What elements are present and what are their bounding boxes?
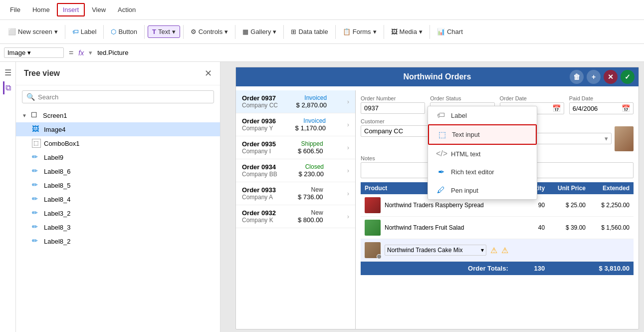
order-number-label: Order Number (361, 95, 425, 101)
order-company: Company CC (242, 102, 278, 109)
label8-5-label: Label8_5 (44, 182, 214, 189)
extended-col-header: Extended (590, 182, 634, 194)
paid-date-picker[interactable]: 6/4/2006 📅 (569, 102, 634, 114)
unit-price-cell-1: $ 39.00 (549, 217, 590, 239)
dropdown-rich-text-item[interactable]: ✒ Rich text editor (428, 163, 537, 181)
data-table-icon: ⊞ (291, 28, 296, 35)
order-status: Invoiced (296, 94, 327, 101)
tree-item-label8-6[interactable]: ✏ Label8_6 (16, 164, 220, 178)
forms-label: Forms (353, 28, 371, 35)
new-screen-button[interactable]: ⬜ New screen ▾ (4, 26, 62, 37)
confirm-button[interactable]: ✓ (621, 70, 635, 84)
formula-dropdown[interactable]: Image ▾ (4, 47, 64, 58)
quantity-cell-2 (512, 239, 549, 262)
dropdown-html-text-item[interactable]: </> HTML text (428, 145, 537, 163)
sep5 (235, 25, 235, 39)
tree-item-label3-2[interactable]: ✏ Label3_2 (16, 206, 220, 220)
screen1-label: Screen1 (43, 112, 214, 119)
dropdown-pen-input-item[interactable]: 🖊 Pen input (428, 181, 537, 199)
media-button[interactable]: 🖼 Media ▾ (387, 26, 427, 37)
image-icon: 🖼 (32, 125, 41, 134)
tree-item-image4[interactable]: 🖼 Image4 (16, 122, 220, 136)
dropdown-label-text: Label (451, 112, 467, 119)
label-tree-icon-6: ✏ (32, 223, 41, 232)
tree-item-label9[interactable]: ✏ Label9 (16, 150, 220, 164)
add-button[interactable]: + (587, 70, 601, 84)
product-img-0 (365, 197, 381, 213)
formula-arrow: ▾ (89, 49, 92, 56)
combobox1-label: ComboBox1 (44, 140, 214, 147)
paid-date-value: 6/4/2006 (573, 105, 598, 112)
order-chevron: › (347, 121, 349, 128)
drag-handle-left[interactable] (377, 254, 382, 259)
search-input[interactable] (38, 93, 210, 101)
tree-item-combobox1[interactable]: ⬚ ComboBox1 (16, 136, 220, 150)
combo-icon: ⬚ (32, 139, 41, 148)
totals-row: Order Totals: 130 $ 3,810.00 (361, 262, 634, 276)
chart-label: Chart (447, 28, 463, 35)
totals-quantity: 130 (512, 262, 549, 276)
label-button[interactable]: 🏷 Label (68, 26, 101, 37)
order-item-0932[interactable]: Order 0932 Company K New $ 800.00 › (236, 205, 355, 228)
label-tree-icon-2: ✏ (32, 167, 41, 176)
layers-icon[interactable]: ⧉ (3, 81, 13, 94)
product-img-1 (365, 220, 381, 236)
tree-item-label8-4[interactable]: ✏ Label8_4 (16, 192, 220, 206)
product-select-2[interactable]: Northwind Traders Cake Mix ▾ (385, 245, 486, 256)
order-item-0937[interactable]: Order 0937 Company CC Invoiced $ 2,870.0… (236, 90, 355, 113)
order-num: Order 0937 (242, 94, 278, 102)
rich-text-dropdown-icon: ✒ (436, 167, 446, 177)
button-button[interactable]: ⬡ Button (107, 26, 141, 37)
menu-insert[interactable]: Insert (57, 3, 85, 16)
calendar-icon: 📅 (552, 104, 561, 112)
dropdown-text-input-item[interactable]: ⬚ Text input (428, 124, 537, 145)
sidebar-header: Tree view ✕ (16, 62, 220, 85)
canvas-area: Northwind Orders 🗑 + ✕ ✓ Order 0937 Comp… (220, 62, 644, 332)
order-amount: $ 736.00 (298, 193, 323, 201)
tree-item-label8-3[interactable]: ✏ Label8_3 (16, 220, 220, 234)
order-item-0935[interactable]: Order 0935 Company I Shipped $ 606.50 › (236, 136, 355, 159)
order-item-0934[interactable]: Order 0934 Company BB Closed $ 230.00 › (236, 159, 355, 182)
menu-view[interactable]: View (87, 4, 111, 15)
controls-button[interactable]: ⚙ Controls ▾ (187, 26, 232, 37)
tree-view-sidebar: Tree view ✕ 🔍 ▼ ☐ Screen1 🖼 Image4 ⬚ Com… (16, 62, 220, 332)
sep2 (103, 25, 104, 39)
order-amount: $ 2,870.00 (296, 101, 327, 109)
cancel-button[interactable]: ✕ (604, 70, 618, 84)
forms-button[interactable]: 📋 Forms ▾ (339, 26, 381, 37)
sidebar-close-button[interactable]: ✕ (205, 68, 212, 79)
order-item-0933[interactable]: Order 0933 Company A New $ 736.00 › (236, 182, 355, 205)
hamburger-button[interactable]: ☰ (2, 66, 13, 79)
menu-home[interactable]: Home (27, 4, 55, 15)
new-screen-icon: ⬜ (8, 28, 16, 35)
forms-icon: 📋 (343, 28, 351, 35)
menu-file[interactable]: File (5, 4, 25, 15)
order-item-0936[interactable]: Order 0936 Company Y Invoiced $ 1,170.00… (236, 113, 355, 136)
chart-button[interactable]: 📊 Chart (433, 26, 467, 37)
customer-value: Company CC (364, 127, 403, 135)
order-chevron: › (347, 167, 349, 174)
formula-input[interactable] (97, 49, 640, 56)
delete-button[interactable]: 🗑 (570, 70, 584, 84)
sep8 (384, 25, 384, 39)
order-num: Order 0933 (242, 186, 276, 194)
sidebar-strip: ☰ ⧉ (0, 62, 16, 332)
label-label: Label (81, 28, 97, 35)
order-chevron: › (347, 190, 349, 197)
order-amount: $ 800.00 (298, 216, 323, 224)
tree-item-label8-5[interactable]: ✏ Label8_5 (16, 178, 220, 192)
label-tree-icon: ✏ (32, 153, 41, 162)
dropdown-rich-text-text: Rich text editor (451, 168, 494, 176)
order-number-input[interactable] (361, 102, 425, 114)
gallery-button[interactable]: ▦ Gallery ▾ (238, 26, 280, 37)
tree-item-label8-2[interactable]: ✏ Label8_2 (16, 234, 220, 248)
data-table-button[interactable]: ⊞ Data table (287, 26, 332, 37)
label-icon: 🏷 (72, 28, 79, 35)
search-icon: 🔍 (26, 93, 35, 101)
dropdown-label-item[interactable]: 🏷 Label (428, 106, 537, 124)
text-chevron: ▾ (172, 28, 176, 35)
menu-action[interactable]: Action (113, 4, 141, 15)
text-button[interactable]: T Text ▾ (148, 25, 180, 38)
extended-cell-0: $ 2,250.00 (590, 194, 634, 217)
tree-item-screen1[interactable]: ▼ ☐ Screen1 (16, 108, 220, 122)
